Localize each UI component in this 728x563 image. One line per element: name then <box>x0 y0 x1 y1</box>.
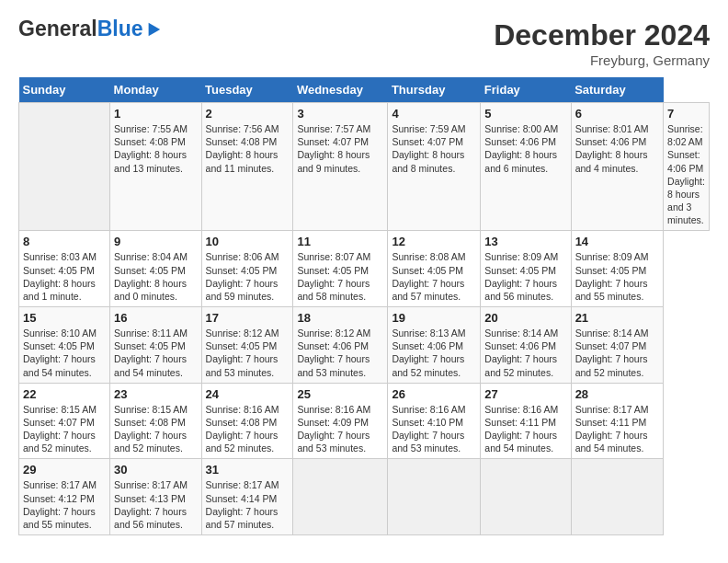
day-info: Sunrise: 7:59 AM Sunset: 4:07 PM Dayligh… <box>392 122 476 175</box>
calendar-cell: 29Sunrise: 8:17 AM Sunset: 4:12 PM Dayli… <box>19 459 110 535</box>
calendar-cell: 14Sunrise: 8:09 AM Sunset: 4:05 PM Dayli… <box>571 231 663 307</box>
day-number: 7 <box>667 107 705 121</box>
day-number: 5 <box>484 107 566 121</box>
svg-marker-0 <box>148 22 160 35</box>
day-info: Sunrise: 8:17 AM Sunset: 4:13 PM Dayligh… <box>114 478 197 531</box>
day-number: 8 <box>23 235 106 248</box>
day-number: 25 <box>297 387 383 401</box>
day-info: Sunrise: 8:09 AM Sunset: 4:05 PM Dayligh… <box>484 250 566 303</box>
day-header-sunday: Sunday <box>19 77 110 103</box>
day-info: Sunrise: 8:07 AM Sunset: 4:05 PM Dayligh… <box>297 250 383 303</box>
day-info: Sunrise: 8:01 AM Sunset: 4:06 PM Dayligh… <box>575 122 659 175</box>
calendar-cell: 31Sunrise: 8:17 AM Sunset: 4:14 PM Dayli… <box>201 459 293 535</box>
calendar-cell: 4Sunrise: 7:59 AM Sunset: 4:07 PM Daylig… <box>388 103 481 231</box>
day-info: Sunrise: 7:57 AM Sunset: 4:07 PM Dayligh… <box>297 122 383 175</box>
calendar-cell: 28Sunrise: 8:17 AM Sunset: 4:11 PM Dayli… <box>571 383 663 459</box>
day-number: 16 <box>114 311 197 325</box>
day-info: Sunrise: 8:16 AM Sunset: 4:10 PM Dayligh… <box>392 403 476 455</box>
day-number: 10 <box>206 235 290 248</box>
day-number: 22 <box>23 387 106 401</box>
day-info: Sunrise: 8:15 AM Sunset: 4:08 PM Dayligh… <box>114 403 197 455</box>
day-number: 13 <box>484 235 566 248</box>
logo: GeneralBlue <box>18 18 162 40</box>
day-number: 27 <box>484 387 566 401</box>
day-number: 31 <box>206 463 290 477</box>
calendar-cell <box>19 103 110 231</box>
day-number: 3 <box>297 107 383 121</box>
calendar-cell: 6Sunrise: 8:01 AM Sunset: 4:06 PM Daylig… <box>571 103 663 231</box>
calendar-cell: 19Sunrise: 8:13 AM Sunset: 4:06 PM Dayli… <box>388 307 481 384</box>
day-number: 19 <box>392 311 476 325</box>
week-row: 8Sunrise: 8:03 AM Sunset: 4:05 PM Daylig… <box>19 231 710 307</box>
day-info: Sunrise: 8:14 AM Sunset: 4:06 PM Dayligh… <box>484 327 566 379</box>
day-header-wednesday: Wednesday <box>293 77 388 103</box>
day-number: 4 <box>392 107 476 121</box>
calendar-cell: 27Sunrise: 8:16 AM Sunset: 4:11 PM Dayli… <box>481 383 571 459</box>
day-info: Sunrise: 8:02 AM Sunset: 4:06 PM Dayligh… <box>667 122 705 226</box>
day-number: 24 <box>206 387 290 401</box>
calendar-cell: 12Sunrise: 8:08 AM Sunset: 4:05 PM Dayli… <box>388 231 481 307</box>
calendar-cell <box>388 459 481 535</box>
calendar-cell: 21Sunrise: 8:14 AM Sunset: 4:07 PM Dayli… <box>571 307 663 384</box>
day-info: Sunrise: 8:15 AM Sunset: 4:07 PM Dayligh… <box>23 403 106 455</box>
calendar-cell: 13Sunrise: 8:09 AM Sunset: 4:05 PM Dayli… <box>481 231 571 307</box>
calendar-cell: 22Sunrise: 8:15 AM Sunset: 4:07 PM Dayli… <box>19 383 110 459</box>
day-number: 23 <box>114 387 197 401</box>
day-header-friday: Friday <box>481 77 571 103</box>
calendar-cell: 11Sunrise: 8:07 AM Sunset: 4:05 PM Dayli… <box>293 231 388 307</box>
day-number: 26 <box>392 387 476 401</box>
calendar-cell: 25Sunrise: 8:16 AM Sunset: 4:09 PM Dayli… <box>293 383 388 459</box>
day-number: 14 <box>575 235 659 248</box>
day-header-thursday: Thursday <box>388 77 481 103</box>
day-number: 12 <box>392 235 476 248</box>
day-info: Sunrise: 8:17 AM Sunset: 4:11 PM Dayligh… <box>575 403 659 455</box>
day-info: Sunrise: 8:06 AM Sunset: 4:05 PM Dayligh… <box>206 250 290 303</box>
page-header: GeneralBlue December 2024 Freyburg, Germ… <box>18 18 710 68</box>
calendar-cell <box>293 459 388 535</box>
calendar-cell: 15Sunrise: 8:10 AM Sunset: 4:05 PM Dayli… <box>19 307 110 384</box>
day-number: 17 <box>206 311 290 325</box>
day-number: 29 <box>23 463 106 477</box>
location: Freyburg, Germany <box>494 52 710 68</box>
day-header-tuesday: Tuesday <box>201 77 293 103</box>
calendar-cell: 26Sunrise: 8:16 AM Sunset: 4:10 PM Dayli… <box>388 383 481 459</box>
week-row: 29Sunrise: 8:17 AM Sunset: 4:12 PM Dayli… <box>19 459 710 535</box>
day-info: Sunrise: 8:11 AM Sunset: 4:05 PM Dayligh… <box>114 327 197 379</box>
calendar-cell <box>481 459 571 535</box>
day-number: 6 <box>575 107 659 121</box>
day-info: Sunrise: 8:00 AM Sunset: 4:06 PM Dayligh… <box>484 122 566 175</box>
day-info: Sunrise: 8:03 AM Sunset: 4:05 PM Dayligh… <box>23 250 106 303</box>
day-info: Sunrise: 8:17 AM Sunset: 4:12 PM Dayligh… <box>23 478 106 531</box>
day-info: Sunrise: 8:16 AM Sunset: 4:08 PM Dayligh… <box>206 403 290 455</box>
day-number: 30 <box>114 463 197 477</box>
week-row: 15Sunrise: 8:10 AM Sunset: 4:05 PM Dayli… <box>19 307 710 384</box>
day-number: 20 <box>484 311 566 325</box>
day-info: Sunrise: 8:08 AM Sunset: 4:05 PM Dayligh… <box>392 250 476 303</box>
calendar-cell: 7Sunrise: 8:02 AM Sunset: 4:06 PM Daylig… <box>664 103 710 231</box>
calendar-cell: 2Sunrise: 7:56 AM Sunset: 4:08 PM Daylig… <box>201 103 293 231</box>
calendar-cell: 5Sunrise: 8:00 AM Sunset: 4:06 PM Daylig… <box>481 103 571 231</box>
day-info: Sunrise: 7:56 AM Sunset: 4:08 PM Dayligh… <box>206 122 290 175</box>
calendar-cell: 8Sunrise: 8:03 AM Sunset: 4:05 PM Daylig… <box>19 231 110 307</box>
week-row: 1Sunrise: 7:55 AM Sunset: 4:08 PM Daylig… <box>19 103 710 231</box>
calendar-cell: 17Sunrise: 8:12 AM Sunset: 4:05 PM Dayli… <box>201 307 293 384</box>
calendar-cell: 20Sunrise: 8:14 AM Sunset: 4:06 PM Dayli… <box>481 307 571 384</box>
title-area: December 2024 Freyburg, Germany <box>494 18 710 68</box>
day-header-saturday: Saturday <box>571 77 663 103</box>
day-number: 11 <box>297 235 383 248</box>
day-info: Sunrise: 8:10 AM Sunset: 4:05 PM Dayligh… <box>23 327 106 379</box>
day-info: Sunrise: 8:16 AM Sunset: 4:09 PM Dayligh… <box>297 403 383 455</box>
day-number: 15 <box>23 311 106 325</box>
day-info: Sunrise: 8:16 AM Sunset: 4:11 PM Dayligh… <box>484 403 566 455</box>
calendar-cell: 23Sunrise: 8:15 AM Sunset: 4:08 PM Dayli… <box>110 383 201 459</box>
calendar-table: SundayMondayTuesdayWednesdayThursdayFrid… <box>18 77 710 535</box>
day-number: 28 <box>575 387 659 401</box>
day-info: Sunrise: 8:17 AM Sunset: 4:14 PM Dayligh… <box>206 478 290 531</box>
day-info: Sunrise: 8:13 AM Sunset: 4:06 PM Dayligh… <box>392 327 476 379</box>
day-info: Sunrise: 8:09 AM Sunset: 4:05 PM Dayligh… <box>575 250 659 303</box>
calendar-cell: 18Sunrise: 8:12 AM Sunset: 4:06 PM Dayli… <box>293 307 388 384</box>
logo-text: GeneralBlue <box>18 18 143 40</box>
day-info: Sunrise: 8:12 AM Sunset: 4:05 PM Dayligh… <box>206 327 290 379</box>
day-header-monday: Monday <box>110 77 201 103</box>
logo-arrow-icon <box>145 21 162 38</box>
